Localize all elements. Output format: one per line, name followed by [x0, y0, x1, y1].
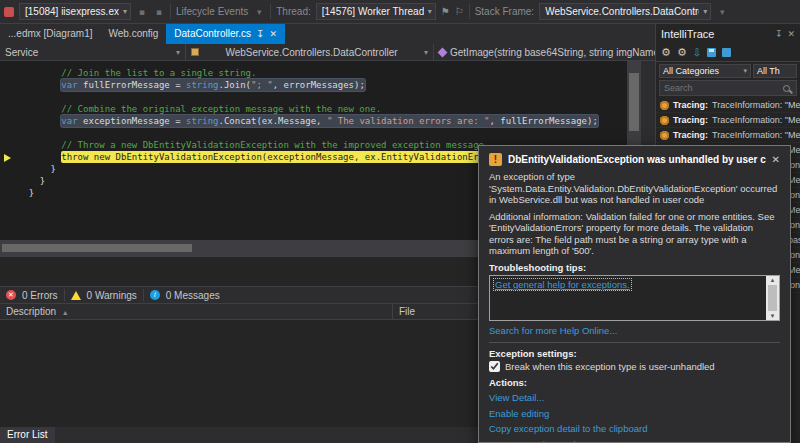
threads-filter-dropdown[interactable]: All Th — [753, 64, 797, 78]
scroll-up-icon[interactable]: ▲ — [770, 276, 776, 284]
exception-warning-icon: ! — [489, 153, 502, 166]
toolbar-button-icon[interactable]: ▪ — [153, 7, 165, 17]
panel-title: IntelliTrace — [661, 28, 714, 40]
entry-text: TraceInformation: "Messa — [712, 100, 800, 110]
stop-debugging-icon[interactable] — [4, 7, 14, 17]
troubleshooting-label: Troubleshooting tips: — [489, 262, 780, 274]
search-input[interactable] — [660, 83, 783, 93]
break-checkbox-label: Break when this exception type is user-u… — [505, 361, 715, 373]
import-icon[interactable]: ⇩ — [693, 48, 701, 58]
chevron-down-icon[interactable]: ▾ — [253, 7, 265, 17]
breadcrumb-member-dropdown[interactable]: GetImage(string base64String, string img… — [433, 44, 655, 60]
pin-icon[interactable]: ↧ — [256, 24, 264, 44]
entry-category: Tracing: — [673, 130, 708, 140]
tab-label: DataController.cs — [174, 24, 251, 44]
intellitrace-header: IntelliTrace ↧ ✕ — [656, 24, 800, 44]
flag-thread-icon[interactable]: ⚑ — [441, 6, 450, 17]
dialog-action-link[interactable]: View Detail... — [489, 392, 780, 404]
error-icon: ✕ — [6, 290, 16, 300]
process-value: [15084] iisexpress.exe — [25, 6, 119, 17]
scrollbar-thumb[interactable] — [768, 285, 777, 311]
messages-count[interactable]: 0 Messages — [166, 290, 220, 301]
thread-dropdown[interactable]: [14576] Worker Thread ▾ — [316, 3, 436, 20]
toolbar-button-icon[interactable]: ▪ — [136, 7, 148, 17]
intellitrace-entry[interactable]: Tracing: TraceInformation: "Messa — [656, 113, 800, 128]
scroll-down-icon[interactable]: ▼ — [770, 312, 776, 320]
chevron-down-icon: ▾ — [424, 48, 428, 57]
exception-settings-label: Exception settings: — [489, 348, 780, 360]
save-icon[interactable] — [707, 48, 716, 57]
toolbar-separator — [270, 4, 271, 19]
general-help-link[interactable]: Get general help for exceptions. — [494, 279, 631, 290]
tracing-event-icon — [660, 101, 669, 110]
debug-location-toolbar: [15084] iisexpress.exe ▾ ▪ ▪ Lifecycle E… — [0, 0, 800, 24]
breadcrumb-class-label: WebService.Controllers.DataController — [225, 47, 397, 58]
code-line — [0, 91, 625, 103]
stack-frame-label: Stack Frame: — [475, 6, 534, 17]
tab-web-config[interactable]: Web.config — [100, 24, 166, 44]
open-icon[interactable] — [722, 48, 731, 57]
intellitrace-entry[interactable]: Tracing: TraceInformation: "Messa — [656, 98, 800, 113]
dialog-header: ! DbEntityValidationException was unhand… — [489, 153, 780, 166]
dialog-action-link[interactable]: Copy exception detail to the clipboard — [489, 423, 780, 435]
filter-value: All Th — [757, 66, 780, 76]
errors-count[interactable]: 0 Errors — [22, 290, 58, 301]
intellitrace-entry[interactable]: Tracing: TraceInformation: "Messa — [656, 128, 800, 143]
chevron-down-icon: ▾ — [743, 67, 747, 75]
entry-category: Tracing: — [673, 100, 708, 110]
process-dropdown[interactable]: [15084] iisexpress.exe ▾ — [19, 3, 131, 20]
intellitrace-filters: All Categories ▾ All Th — [656, 62, 800, 80]
info-icon: i — [150, 290, 160, 300]
settings-icon[interactable]: ⚙ — [677, 47, 687, 58]
filter-value: All Categories — [663, 66, 719, 76]
chevron-down-icon: ▾ — [123, 7, 127, 16]
tab-edmx-diagram1[interactable]: ...edmx [Diagram1] — [0, 24, 100, 44]
break-checkbox-row: Break when this exception type is user-u… — [489, 361, 780, 373]
column-header-file[interactable]: File — [393, 304, 421, 319]
class-icon — [191, 48, 199, 56]
entry-text: TraceInformation: "Messa — [712, 115, 800, 125]
pin-icon[interactable]: ↧ — [775, 29, 783, 39]
close-icon[interactable]: ✕ — [269, 24, 277, 44]
dialog-action-link[interactable]: Open exception settings — [489, 439, 780, 443]
code-line: // Join the list to a single string. — [0, 67, 625, 79]
code-line: // Combine the original exception messag… — [0, 103, 625, 115]
stack-frame-value: WebService.Controllers.DataController.Ge — [545, 6, 699, 17]
visual-studio-window: [15084] iisexpress.exe ▾ ▪ ▪ Lifecycle E… — [0, 0, 800, 443]
column-header-description[interactable]: Description ▲ — [0, 304, 393, 319]
breadcrumb-project-dropdown[interactable]: Service ▾ — [0, 44, 185, 60]
gear-icon[interactable]: ⚙ — [661, 47, 671, 58]
search-icon — [783, 85, 790, 92]
warnings-count[interactable]: 0 Warnings — [87, 290, 137, 301]
tab-label: ...edmx [Diagram1] — [8, 24, 92, 44]
break-checkbox[interactable] — [489, 361, 500, 372]
unflag-thread-icon[interactable]: ⚐ — [455, 6, 464, 17]
toolbar-separator — [469, 4, 470, 19]
stack-frame-dropdown[interactable]: WebService.Controllers.DataController.Ge… — [539, 3, 711, 20]
code-line — [0, 127, 625, 139]
toolbar-separator — [170, 4, 171, 19]
close-icon[interactable]: ✕ — [772, 154, 780, 166]
dialog-action-link[interactable]: Enable editing — [489, 408, 780, 420]
thread-label: Thread: — [276, 6, 310, 17]
tips-scrollbar[interactable]: ▲ ▼ — [766, 276, 779, 320]
tracing-event-icon — [660, 116, 669, 125]
scrollbar-thumb[interactable] — [2, 244, 192, 252]
thread-value: [14576] Worker Thread — [322, 6, 424, 17]
exception-description: An exception of type 'System.Data.Entity… — [489, 171, 780, 206]
toolbar-overflow-icon[interactable]: ▾ — [716, 7, 728, 17]
categories-filter-dropdown[interactable]: All Categories ▾ — [659, 64, 751, 78]
dialog-actions: View Detail...Enable editingCopy excepti… — [489, 392, 780, 443]
search-help-online-link[interactable]: Search for more Help Online... — [489, 325, 617, 336]
breadcrumb-class-dropdown[interactable]: WebService.Controllers.DataController ▾ — [185, 44, 433, 60]
tracing-event-icon — [660, 131, 669, 140]
method-icon — [438, 47, 448, 57]
close-icon[interactable]: ✕ — [787, 29, 795, 39]
actions-label: Actions: — [489, 377, 780, 389]
tab-error-list[interactable]: Error List — [0, 427, 55, 443]
lifecycle-events-button[interactable]: Lifecycle Events — [176, 6, 248, 17]
tab-datacontroller-cs[interactable]: DataController.cs ↧ ✕ — [166, 24, 285, 44]
scrollbar-thumb[interactable] — [629, 73, 639, 131]
exception-dialog: ! DbEntityValidationException was unhand… — [478, 145, 791, 443]
column-label: File — [399, 306, 415, 317]
